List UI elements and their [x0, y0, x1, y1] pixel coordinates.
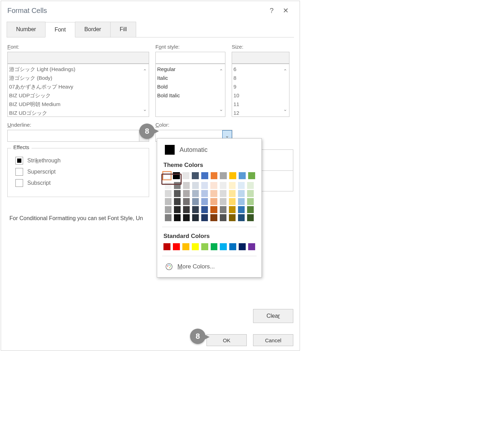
color-swatch[interactable] — [173, 172, 180, 179]
color-swatch[interactable] — [182, 172, 189, 179]
color-swatch[interactable] — [238, 198, 245, 205]
list-item[interactable]: Regular — [157, 65, 217, 73]
font-list[interactable]: 游ゴシック Light (Headings) 游ゴシック (Body) 07あか… — [7, 64, 149, 117]
list-item[interactable]: BIZ UDPゴシック — [9, 91, 140, 100]
list-item[interactable]: 8 — [233, 73, 281, 82]
color-swatch[interactable] — [201, 206, 208, 213]
color-swatch[interactable] — [210, 182, 217, 189]
color-swatch[interactable] — [247, 182, 254, 189]
color-swatch[interactable] — [165, 190, 172, 197]
size-input[interactable] — [232, 52, 289, 64]
tab-number[interactable]: Number — [7, 22, 46, 37]
strikethrough-checkbox[interactable]: Strikethrough — [15, 157, 141, 164]
automatic-row[interactable]: Automatic — [162, 143, 257, 160]
color-swatch[interactable] — [229, 190, 236, 197]
color-swatch[interactable] — [220, 190, 226, 197]
superscript-checkbox[interactable]: Superscript — [15, 168, 141, 176]
color-swatch[interactable] — [165, 182, 172, 189]
color-swatch[interactable] — [174, 206, 181, 213]
list-item[interactable]: 9 — [233, 82, 281, 91]
color-swatch[interactable] — [163, 243, 170, 250]
scroll-down-icon[interactable]: ⌄ — [283, 102, 287, 117]
color-swatch[interactable] — [229, 198, 236, 205]
scroll-up-icon[interactable]: ⌃ — [219, 64, 223, 78]
list-item[interactable]: 10 — [233, 91, 281, 100]
color-swatch[interactable] — [247, 198, 254, 205]
clear-button[interactable]: Clear — [253, 309, 293, 323]
color-swatch[interactable] — [210, 190, 217, 197]
color-swatch[interactable] — [201, 172, 208, 179]
color-swatch[interactable] — [229, 243, 236, 250]
color-swatch[interactable] — [210, 214, 217, 221]
color-swatch[interactable] — [229, 206, 236, 213]
list-item[interactable]: Bold — [157, 82, 217, 91]
color-swatch[interactable] — [220, 198, 226, 205]
color-swatch[interactable] — [174, 198, 181, 205]
color-swatch[interactable] — [192, 172, 199, 179]
color-swatch[interactable] — [183, 206, 190, 213]
ok-button[interactable]: OK — [206, 334, 247, 346]
scrollbar[interactable]: ⌃ ⌄ — [217, 64, 225, 117]
color-swatch[interactable] — [192, 182, 199, 189]
color-swatch[interactable] — [238, 206, 245, 213]
color-swatch[interactable] — [210, 198, 217, 205]
color-swatch[interactable] — [192, 214, 199, 221]
color-swatch[interactable] — [183, 198, 190, 205]
list-item[interactable]: BIZ UDゴシック — [9, 108, 140, 117]
color-swatch[interactable] — [247, 206, 254, 213]
color-swatch[interactable] — [239, 243, 246, 250]
color-swatch[interactable] — [211, 172, 218, 179]
color-swatch[interactable] — [182, 243, 189, 250]
color-swatch[interactable] — [201, 182, 208, 189]
tab-fill[interactable]: Fill — [110, 22, 136, 37]
color-swatch[interactable] — [210, 206, 217, 213]
list-item[interactable]: 游ゴシック (Body) — [9, 73, 140, 82]
color-swatch[interactable] — [201, 214, 208, 221]
tab-border[interactable]: Border — [75, 22, 111, 37]
color-swatch[interactable] — [174, 214, 181, 221]
list-item[interactable]: 07あかずきんポップ Heavy — [9, 82, 140, 91]
color-swatch[interactable] — [239, 172, 246, 179]
color-swatch[interactable] — [173, 243, 180, 250]
scroll-down-icon[interactable]: ⌄ — [143, 102, 147, 117]
list-item[interactable]: 11 — [233, 100, 281, 108]
size-list[interactable]: 6 8 9 10 11 12 ⌃ ⌄ — [232, 64, 289, 117]
font-input[interactable] — [7, 52, 149, 64]
list-item[interactable]: 游ゴシック Light (Headings) — [9, 65, 140, 73]
list-item[interactable]: 6 — [233, 65, 281, 73]
color-swatch[interactable] — [201, 243, 208, 250]
list-item[interactable]: Bold Italic — [157, 91, 217, 100]
list-item[interactable]: 12 — [233, 108, 281, 117]
color-swatch[interactable] — [238, 190, 245, 197]
color-swatch[interactable] — [165, 206, 172, 213]
color-swatch[interactable] — [248, 172, 255, 179]
color-swatch[interactable] — [165, 214, 172, 221]
color-swatch[interactable] — [220, 182, 226, 189]
color-swatch[interactable] — [229, 172, 236, 179]
more-colors-row[interactable]: More Colors... — [162, 260, 257, 271]
color-swatch[interactable] — [183, 214, 190, 221]
color-swatch[interactable] — [192, 190, 199, 197]
font-style-input[interactable] — [155, 52, 225, 64]
color-swatch[interactable] — [220, 172, 227, 179]
list-item[interactable]: BIZ UDP明朝 Medium — [9, 100, 140, 108]
underline-combo[interactable]: ⌄ — [7, 130, 149, 142]
color-swatch[interactable] — [192, 243, 199, 250]
color-swatch[interactable] — [238, 214, 245, 221]
scroll-down-icon[interactable]: ⌄ — [219, 102, 223, 117]
scrollbar[interactable]: ⌃ ⌄ — [141, 64, 149, 117]
tab-font[interactable]: Font — [45, 22, 75, 37]
close-button[interactable]: ✕ — [279, 6, 293, 15]
color-swatch[interactable] — [238, 182, 245, 189]
color-swatch[interactable] — [174, 190, 181, 197]
color-swatch[interactable] — [220, 243, 227, 250]
color-swatch[interactable] — [192, 198, 199, 205]
color-swatch[interactable] — [192, 206, 199, 213]
color-swatch[interactable] — [163, 172, 170, 179]
subscript-checkbox[interactable]: Subscript — [15, 179, 141, 187]
color-swatch[interactable] — [183, 182, 190, 189]
color-swatch[interactable] — [201, 198, 208, 205]
color-swatch[interactable] — [220, 206, 226, 213]
color-swatch[interactable] — [247, 190, 254, 197]
cancel-button[interactable]: Cancel — [253, 334, 293, 346]
